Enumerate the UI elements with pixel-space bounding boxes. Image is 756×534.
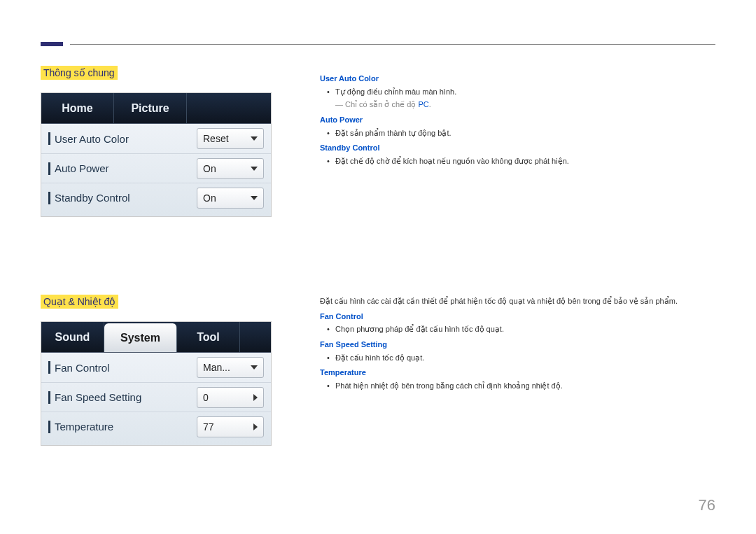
tabs-fan-temp: Sound System Tool	[41, 322, 271, 353]
chevron-down-icon	[251, 196, 258, 200]
note-pc-only: Chỉ có sẵn ở chế độ PC.	[320, 98, 712, 111]
section-general: Thông số chung Home Picture User Auto Co…	[41, 66, 279, 217]
head-user-auto-color: User Auto Color	[320, 72, 712, 85]
header-accent	[41, 42, 63, 46]
head-auto-power: Auto Power	[320, 113, 712, 127]
label-standby-control: Standby Control	[48, 192, 197, 204]
label-fan-speed: Fan Speed Setting	[48, 391, 197, 404]
chevron-down-icon	[251, 365, 258, 370]
chevron-right-icon	[253, 423, 258, 430]
rows-fan-temp: Fan Control Man... Fan Speed Setting 0 T…	[41, 353, 271, 445]
row-fan-control: Fan Control Man...	[41, 353, 271, 382]
chevron-down-icon	[251, 167, 258, 171]
dropdown-fan-control[interactable]: Man...	[197, 357, 264, 378]
intro-fan-temp: Đặt cấu hình các cài đặt cần thiết để ph…	[320, 295, 712, 308]
rows-general: User Auto Color Reset Auto Power On Stan…	[41, 124, 271, 216]
label-fan-control: Fan Control	[48, 361, 197, 374]
bullet-fan-speed: Đặt cấu hình tốc độ quạt.	[320, 351, 712, 365]
tab-tool[interactable]: Tool	[177, 322, 240, 352]
head-temperature: Temperature	[320, 366, 712, 379]
header-rule	[70, 44, 715, 45]
head-standby-control: Standby Control	[320, 141, 712, 155]
row-fan-speed: Fan Speed Setting 0	[41, 382, 271, 412]
head-fan-control: Fan Control	[320, 310, 712, 323]
ui-panel-fan-temp: Sound System Tool Fan Control Man... Fan…	[41, 321, 272, 446]
head-fan-speed: Fan Speed Setting	[320, 338, 712, 351]
tab-system[interactable]: System	[104, 323, 177, 352]
tab-spacer	[187, 93, 271, 123]
tab-picture[interactable]: Picture	[114, 93, 187, 123]
tab-home[interactable]: Home	[41, 93, 114, 123]
stepper-temperature[interactable]: 77	[197, 416, 264, 437]
bullet-auto-power: Đặt sản phẩm thành tự động bật.	[320, 127, 712, 140]
dropdown-auto-power[interactable]: On	[197, 158, 264, 179]
bullet-fan-control: Chọn phương pháp để đặt cấu hình tốc độ …	[320, 323, 712, 336]
bullet-temperature: Phát hiện nhiệt độ bên trong bằng cách c…	[320, 379, 712, 393]
bullet-standby-control: Đặt chế độ chờ để kích hoạt nếu nguồn và…	[320, 155, 712, 168]
chevron-down-icon	[251, 136, 258, 141]
label-user-auto-color: User Auto Color	[48, 132, 197, 145]
chevron-right-icon	[253, 394, 258, 401]
tabs-general: Home Picture	[41, 93, 271, 124]
tab-sound[interactable]: Sound	[41, 322, 104, 352]
row-standby-control: Standby Control On	[41, 183, 271, 212]
description-general: User Auto Color Tự động điều chỉnh màu m…	[320, 70, 712, 168]
label-auto-power: Auto Power	[48, 162, 197, 175]
section-fan-temp: Quạt & Nhiệt độ Sound System Tool Fan Co…	[41, 295, 279, 446]
dropdown-standby-control[interactable]: On	[197, 188, 264, 209]
row-user-auto-color: User Auto Color Reset	[41, 124, 271, 153]
row-auto-power: Auto Power On	[41, 153, 271, 183]
description-fan-temp: Đặt cấu hình các cài đặt cần thiết để ph…	[320, 295, 712, 393]
dropdown-user-auto-color[interactable]: Reset	[197, 128, 264, 149]
row-temperature: Temperature 77	[41, 412, 271, 441]
stepper-fan-speed[interactable]: 0	[197, 387, 264, 408]
page-number: 76	[699, 496, 715, 514]
tab-spacer	[240, 322, 271, 352]
label-temperature: Temperature	[48, 421, 197, 433]
section-title-fan-temp: Quạt & Nhiệt độ	[41, 295, 118, 309]
section-title-general: Thông số chung	[41, 66, 118, 80]
ui-panel-general: Home Picture User Auto Color Reset Auto …	[41, 92, 272, 217]
bullet-user-auto-color: Tự động điều chỉnh màu màn hình.	[320, 85, 712, 99]
